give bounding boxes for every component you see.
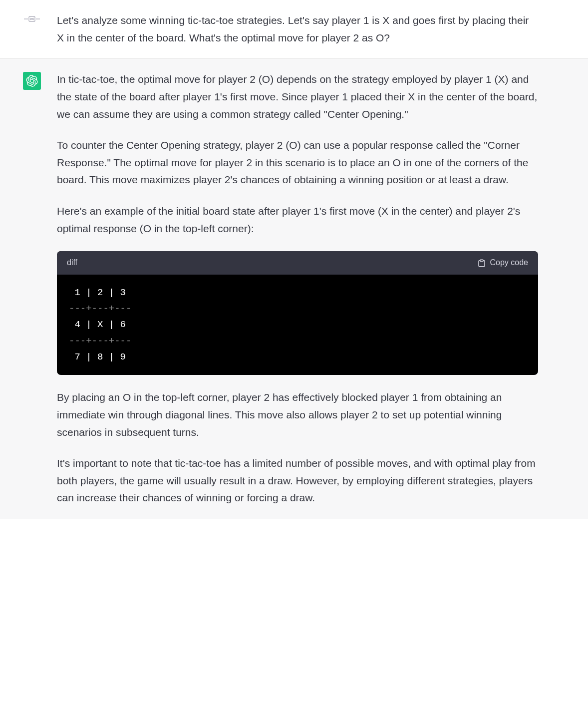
code-block: diff Copy code 1 | 2 | 3 ---+---+--- 4 |… <box>57 251 538 375</box>
user-message-text: Let's analyze some winning tic-tac-toe s… <box>57 12 538 46</box>
code-line-4: ---+---+--- <box>69 336 131 347</box>
user-message-row: Let's analyze some winning tic-tac-toe s… <box>0 0 588 58</box>
copy-code-label: Copy code <box>490 256 529 269</box>
code-body: 1 | 2 | 3 ---+---+--- 4 | X | 6 ---+---+… <box>57 275 538 375</box>
assistant-avatar-col <box>0 71 45 507</box>
user-avatar-col <box>0 12 45 46</box>
user-avatar <box>23 13 41 25</box>
assistant-message-row: In tic-tac-toe, the optimal move for pla… <box>0 58 588 519</box>
code-header: diff Copy code <box>57 251 538 274</box>
user-avatar-icon <box>23 14 41 24</box>
assistant-paragraph-4: By placing an O in the top-left corner, … <box>57 389 538 441</box>
copy-code-button[interactable]: Copy code <box>477 256 529 269</box>
code-language-label: diff <box>67 256 77 269</box>
code-line-2: ---+---+--- <box>69 303 131 314</box>
code-line-5: 7 | 8 | 9 <box>69 352 126 362</box>
assistant-paragraph-5: It's important to note that tic-tac-toe … <box>57 455 538 507</box>
code-line-3: 4 | X | 6 <box>69 319 126 330</box>
assistant-paragraph-2: To counter the Center Opening strategy, … <box>57 137 538 189</box>
assistant-paragraph-1: In tic-tac-toe, the optimal move for pla… <box>57 71 538 123</box>
svg-rect-5 <box>480 260 483 261</box>
user-message-content: Let's analyze some winning tic-tac-toe s… <box>57 12 588 46</box>
code-line-1: 1 | 2 | 3 <box>69 287 126 298</box>
openai-logo-icon <box>26 75 38 87</box>
assistant-message-content: In tic-tac-toe, the optimal move for pla… <box>57 71 588 507</box>
assistant-avatar <box>23 72 41 90</box>
clipboard-icon <box>477 259 486 268</box>
assistant-paragraph-3: Here's an example of the initial board s… <box>57 203 538 237</box>
